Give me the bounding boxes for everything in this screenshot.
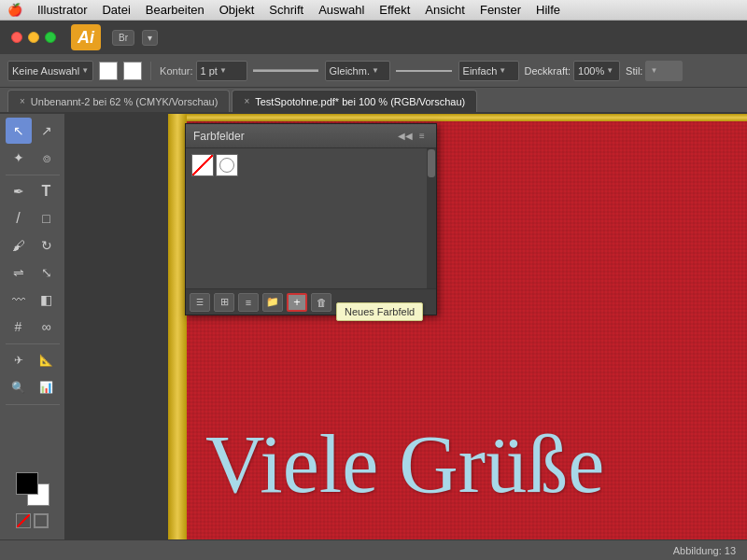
mirror-tool[interactable]: ⇌ [6, 259, 32, 286]
panel-body [186, 148, 436, 288]
tool-separator-1 [6, 175, 60, 175]
warp-tool[interactable]: 〰 [6, 287, 32, 313]
pen-tool[interactable]: ✒ [6, 178, 32, 204]
panel-list-btn[interactable]: ≡ [238, 293, 259, 312]
einfach-section: Einfach ▼ [396, 61, 519, 81]
direct-select-tool[interactable]: ↗ [34, 118, 60, 144]
tab-label-testspot: TestSpotohne.pdf* bei 100 % (RGB/Vorscha… [255, 96, 465, 107]
panel-titlebar[interactable]: Farbfelder ◀◀ ≡ [186, 124, 436, 148]
mesh-tool[interactable]: # [6, 314, 32, 340]
menu-hilfe[interactable]: Hilfe [536, 3, 560, 17]
kontur-dropdown[interactable]: 1 pt ▼ [196, 61, 247, 81]
panel-controls: ◀◀ ≡ [399, 130, 429, 143]
panel-show-all-btn[interactable]: ☰ [190, 293, 210, 312]
line-tool[interactable]: / [6, 205, 32, 231]
swatch-none[interactable] [191, 154, 214, 176]
menu-auswahl[interactable]: Auswahl [318, 3, 364, 17]
apple-menu[interactable]: 🍎 [7, 3, 22, 17]
select-tool[interactable]: ↖ [6, 118, 32, 144]
lasso-tool[interactable]: ⌾ [34, 145, 60, 171]
canvas-area: Viele Grüße Farbfelder ◀◀ ≡ [65, 114, 747, 539]
menu-ansicht[interactable]: Ansicht [425, 3, 465, 17]
gleichm-section: Gleichm. ▼ [253, 61, 390, 81]
close-button[interactable] [11, 32, 22, 43]
panel-grid-btn[interactable]: ⊞ [214, 293, 234, 312]
tabs-bar: × Unbenannt-2 bei 62 % (CMYK/Vorschau) ×… [0, 88, 747, 114]
status-text: Abbildung: 13 [673, 545, 736, 556]
tab-testspot[interactable]: × TestSpotohne.pdf* bei 100 % (RGB/Vorsc… [232, 90, 477, 112]
panel-scrollbar[interactable] [427, 148, 436, 288]
tool-separator-3 [6, 404, 60, 405]
stroke-swatch[interactable] [123, 62, 142, 80]
gleichm-line [253, 69, 318, 72]
farbfelder-panel: Farbfelder ◀◀ ≡ ☰ ⊞ ≡ 📁 [185, 123, 437, 315]
einfach-line [396, 70, 452, 72]
arrange-button[interactable]: ▾ [142, 30, 158, 46]
title-bar: Ai Br ▾ [0, 21, 747, 54]
toolbar-separator-1 [150, 62, 151, 80]
selection-dropdown[interactable]: Keine Auswahl ▼ [7, 61, 93, 81]
menu-objekt[interactable]: Objekt [219, 3, 255, 17]
panel-menu-button[interactable]: ≡ [416, 130, 429, 143]
text-tool[interactable]: T [34, 178, 60, 204]
mac-menubar: 🍎 Illustrator Datei Bearbeiten Objekt Sc… [0, 0, 747, 21]
greetings-text: Viele Grüße [205, 417, 728, 511]
menu-effekt[interactable]: Effekt [379, 3, 410, 17]
bridge-button[interactable]: Br [112, 30, 134, 46]
stroke-none-box[interactable] [34, 513, 49, 528]
chart-tool[interactable]: 📊 [34, 374, 60, 400]
stil-dropdown[interactable]: ▼ [645, 61, 683, 81]
eyedrop-tool[interactable]: ✈ [6, 347, 32, 373]
menu-datei[interactable]: Datei [102, 3, 130, 17]
menu-schrift[interactable]: Schrift [269, 3, 303, 17]
gleichm-dropdown[interactable]: Gleichm. ▼ [325, 61, 390, 81]
tab-close-icon[interactable]: × [20, 96, 25, 106]
gleichm-label: Gleichm. [330, 65, 370, 77]
gradient-tool[interactable]: ◧ [34, 287, 60, 313]
transform-tools: ⇌ ⤡ [6, 259, 60, 286]
menu-illustrator[interactable]: Illustrator [37, 3, 87, 17]
menu-fenster[interactable]: Fenster [480, 3, 521, 17]
foreground-color-box[interactable] [16, 472, 38, 495]
panel-folder-btn[interactable]: 📁 [262, 293, 283, 312]
measure-tool[interactable]: 📐 [34, 347, 60, 373]
none-stroke-row [16, 513, 49, 528]
fg-bg-colors[interactable] [16, 472, 49, 506]
fill-swatch[interactable] [99, 62, 118, 80]
swatch-grid [191, 154, 430, 176]
tab-unbenannt[interactable]: × Unbenannt-2 bei 62 % (CMYK/Vorschau) [7, 90, 230, 112]
kontur-value: 1 pt [201, 65, 218, 77]
panel-title: Farbfelder [193, 130, 245, 143]
tab-label-unbenannt: Unbenannt-2 bei 62 % (CMYK/Vorschau) [31, 96, 218, 107]
rotate-tool[interactable]: ↻ [34, 232, 60, 259]
stil-section: Stil: ▼ [626, 61, 683, 81]
tab-close-icon-2[interactable]: × [244, 96, 249, 106]
scale-tool[interactable]: ⤡ [34, 259, 60, 286]
einfach-dropdown[interactable]: Einfach ▼ [458, 61, 519, 81]
zoom-tools: 🔍 📊 [6, 374, 60, 400]
panel-collapse-button[interactable]: ◀◀ [399, 130, 412, 143]
paint-tool[interactable]: 🖌 [6, 232, 32, 259]
maximize-button[interactable] [45, 32, 56, 43]
panel-scrollbar-thumb[interactable] [428, 149, 435, 177]
delete-swatch-button[interactable]: 🗑 [311, 293, 331, 312]
warp-tools: 〰 ◧ [6, 287, 60, 313]
menu-bearbeiten[interactable]: Bearbeiten [146, 3, 204, 17]
select-tools: ↖ ↗ [6, 118, 60, 144]
pen-tools: ✒ T [6, 178, 60, 204]
minimize-button[interactable] [28, 32, 39, 43]
wand-tool[interactable]: ✦ [6, 145, 32, 171]
kontur-section: Kontur: 1 pt ▼ [160, 61, 247, 81]
none-box[interactable] [16, 513, 31, 528]
main-area: ↖ ↗ ✦ ⌾ ✒ T / □ 🖌 ↻ ⇌ ⤡ 〰 ◧ # ∞ [0, 114, 747, 539]
new-swatch-button[interactable]: + [287, 293, 307, 312]
selection-label: Keine Auswahl [12, 65, 79, 77]
swatch-circle[interactable] [216, 154, 238, 176]
rect-tool[interactable]: □ [34, 205, 60, 231]
left-toolbar: ↖ ↗ ✦ ⌾ ✒ T / □ 🖌 ↻ ⇌ ⤡ 〰 ◧ # ∞ [0, 114, 65, 539]
mesh-blend-tools: # ∞ [6, 314, 60, 340]
zoom-tool[interactable]: 🔍 [6, 374, 32, 400]
deckkraft-dropdown[interactable]: 100% ▼ [573, 61, 620, 81]
blend-tool[interactable]: ∞ [34, 314, 60, 340]
selection-arrow: ▼ [81, 66, 89, 75]
